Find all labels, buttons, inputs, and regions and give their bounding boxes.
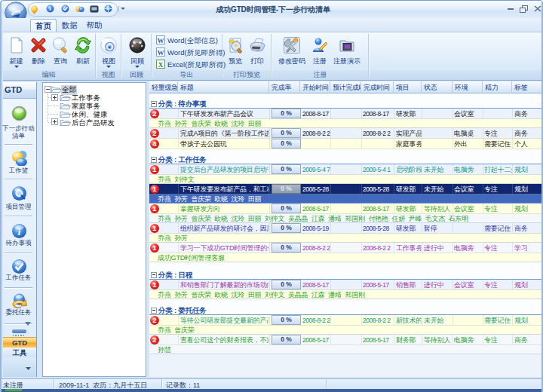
svg-text:W: W (158, 37, 164, 44)
svg-text:X: X (158, 61, 164, 69)
svg-text:i: i (18, 226, 21, 237)
svg-text:W: W (158, 49, 164, 57)
svg-text:i: i (50, 6, 51, 12)
